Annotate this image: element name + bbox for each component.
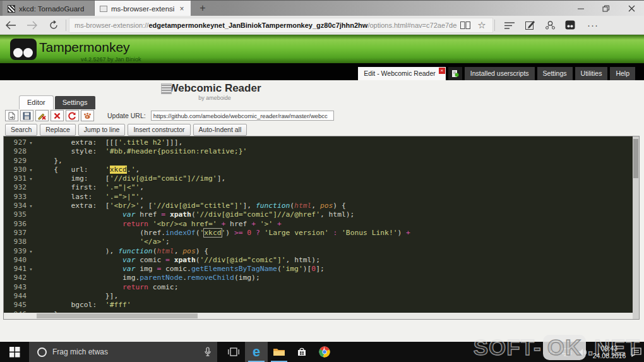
cortana-search-box[interactable]: Frag mich etwas: [29, 342, 217, 362]
code-line[interactable]: style: '#bb,#header{position:relative;}': [37, 147, 633, 156]
watermark-right: .NET: [587, 335, 640, 360]
navbar-item-edit-script[interactable]: Edit - Webcomic Reader ×: [358, 67, 446, 80]
tampermonkey-extension-icon[interactable]: [562, 18, 578, 33]
taskbar-file-explorer-button[interactable]: [268, 342, 290, 362]
red-x-icon: [54, 112, 61, 119]
more-actions-icon[interactable]: ···: [585, 18, 601, 33]
fold-arrow-icon[interactable]: ▾: [27, 166, 35, 174]
tampermonkey-title: Tampermonkey: [39, 40, 130, 55]
navbar-item-help[interactable]: Help: [610, 67, 635, 80]
syntax-check-button[interactable]: [81, 110, 94, 121]
gutter-row: 928: [4, 147, 37, 156]
tab-editor[interactable]: Editor: [19, 95, 54, 109]
url-text: ms-browser-extension://edgetampermonkeyn…: [75, 21, 457, 29]
code-line[interactable]: return '<br/><a href=' + href + '>' +: [37, 220, 633, 229]
refresh-button[interactable]: [43, 16, 64, 34]
new-file-button[interactable]: [5, 110, 18, 121]
tab-close-icon[interactable]: ×: [178, 4, 186, 13]
toolbar-divider: [494, 20, 495, 31]
tab-settings[interactable]: Settings: [55, 96, 95, 109]
line-number: 933: [4, 193, 27, 202]
save-and-close-button[interactable]: [35, 110, 49, 121]
code-line[interactable]: bgcol: '#fff': [37, 301, 633, 310]
reading-view-icon[interactable]: [457, 18, 474, 33]
editor-vertical-scrollbar[interactable]: [633, 136, 639, 319]
update-url-input[interactable]: [151, 111, 334, 121]
replace-button[interactable]: Replace: [40, 124, 76, 136]
fold-arrow-icon[interactable]: ▾: [27, 202, 35, 210]
code-line[interactable]: last: '.=">|"',: [37, 193, 633, 202]
save-button[interactable]: [20, 110, 33, 121]
insert-constructor-button[interactable]: Insert constructor: [128, 124, 190, 136]
fold-spacer: [27, 283, 35, 292]
fold-arrow-icon[interactable]: ▾: [27, 247, 35, 256]
code-line[interactable]: [37, 319, 633, 320]
microphone-icon[interactable]: [198, 347, 217, 357]
line-number: 938: [4, 238, 27, 246]
minimize-button[interactable]: [568, 1, 593, 16]
forward-button[interactable]: [21, 16, 43, 34]
taskbar-store-button[interactable]: [290, 342, 313, 362]
close-editor-button[interactable]: [51, 110, 64, 121]
soft-ok-net-watermark: SOFT- OK .NET: [474, 335, 640, 360]
code-line[interactable]: var img = comic.getElementsByTagName('im…: [37, 265, 633, 274]
horizontal-scroll-thumb[interactable]: [37, 313, 198, 318]
restore-button[interactable]: [593, 1, 619, 16]
code-line[interactable]: },: [37, 157, 633, 166]
search-button[interactable]: Search: [5, 124, 37, 136]
gutter-row: 937: [4, 229, 37, 238]
url-box[interactable]: ms-browser-extension://edgetampermonkeyn…: [69, 18, 493, 33]
code-line[interactable]: (href.indexOf('xkcd') >= 0 ? 'Large vers…: [37, 229, 633, 238]
fold-arrow-icon[interactable]: ▾: [27, 138, 35, 147]
share-icon[interactable]: [542, 18, 558, 33]
task-view-icon: [228, 347, 239, 356]
favorites-star-icon[interactable]: ☆: [474, 18, 490, 33]
tampermonkey-header: Tampermonkey v4.2.5267 by Jan Biniok: [0, 35, 644, 63]
hub-icon[interactable]: [501, 18, 518, 33]
navbar-item-settings[interactable]: Settings: [537, 67, 573, 80]
editor-horizontal-scrollbar[interactable]: [4, 313, 633, 319]
web-note-icon[interactable]: [522, 18, 538, 33]
new-tab-button[interactable]: +: [194, 1, 211, 16]
update-url-label: Update URL:: [107, 112, 146, 119]
script-byline: by ameboide: [158, 95, 271, 101]
fold-arrow-icon[interactable]: ▾: [27, 319, 35, 320]
navbar-item-utilities[interactable]: Utilities: [575, 67, 608, 80]
script-icon: [161, 83, 172, 94]
new-userscript-button[interactable]: [448, 67, 462, 80]
vertical-scroll-thumb[interactable]: [633, 139, 638, 178]
code-line[interactable]: img: ['//div[@id="comic"]//img'],: [37, 174, 633, 183]
tab-extension-options[interactable]: ms-browser-extension:/ ×: [95, 1, 191, 16]
fold-arrow-icon[interactable]: ▾: [27, 265, 35, 274]
code-line[interactable]: extra: [[['.title h2']]],: [37, 138, 633, 147]
close-edit-tab-icon[interactable]: ×: [439, 68, 445, 74]
editor-toolbar: Update URL:: [5, 109, 334, 122]
code-line[interactable]: }],: [37, 292, 633, 301]
fold-spacer: [27, 147, 35, 156]
start-button[interactable]: [0, 342, 29, 362]
code-line[interactable]: var href = xpath('//div[@id="comic"]//a/…: [37, 210, 633, 219]
navbar-item-installed-userscripts[interactable]: Installed userscripts: [465, 67, 535, 80]
code-editor[interactable]: 927▾928929930▾931▾932933934▾935936937938…: [3, 136, 640, 320]
code-line[interactable]: var comic = xpath('//div[@id="comic"]', …: [37, 256, 633, 265]
taskbar-edge-button[interactable]: e: [245, 342, 268, 362]
reset-button[interactable]: [66, 110, 79, 121]
task-view-button[interactable]: [222, 342, 245, 362]
tampermonkey-version: v4.2.5267 by Jan Biniok: [81, 56, 141, 63]
code-line[interactable]: extra: ['<br/>', ['//div[@id="ctitle"]']…: [37, 202, 633, 210]
code-line[interactable]: '</a>';: [37, 238, 633, 246]
code-line[interactable]: ), function(html, pos) {: [37, 247, 633, 256]
auto-indent-all-button[interactable]: Auto-Indent all: [193, 124, 247, 136]
code-line[interactable]: return comic;: [37, 283, 633, 292]
code-line[interactable]: first: '.="|<"',: [37, 183, 633, 192]
jump-to-line-button[interactable]: Jump to line: [78, 124, 126, 136]
back-button[interactable]: [0, 16, 21, 34]
code-line[interactable]: { url: 'xkcd.',: [37, 166, 633, 174]
fold-arrow-icon[interactable]: ▾: [27, 174, 35, 183]
gutter-row: 938: [4, 238, 37, 246]
tab-xkcd[interactable]: xkcd: TornadoGuard: [3, 1, 95, 16]
gutter-row: 932: [4, 183, 37, 192]
taskbar-chrome-button[interactable]: [313, 342, 336, 362]
code-line[interactable]: img.parentNode.removeChild(img);: [37, 274, 633, 282]
close-button[interactable]: [619, 1, 644, 16]
